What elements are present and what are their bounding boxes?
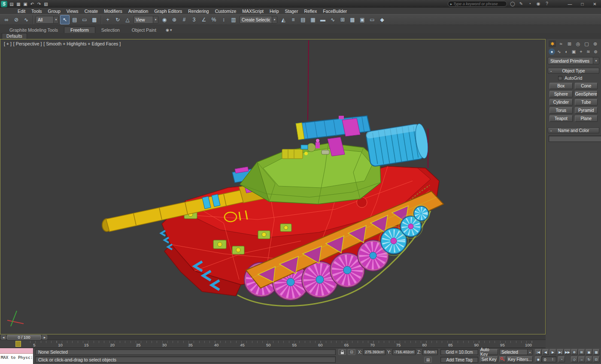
open-file-icon[interactable]: ▦ (15, 1, 22, 7)
material-editor-icon[interactable]: ▩ (348, 15, 357, 24)
render-icon[interactable]: ◆ (377, 15, 387, 24)
menu-item[interactable]: Tools (28, 8, 45, 14)
search-icon[interactable]: ◯ (509, 0, 516, 7)
time-configuration-button[interactable]: ◔ (558, 356, 565, 362)
perspective-viewport[interactable]: [ + ] [ Perspective ] [ Smooth + Highlig… (0, 39, 546, 334)
key-filters-button[interactable]: Key Filters... (507, 356, 533, 362)
help-icon[interactable]: ? (543, 0, 550, 7)
tank-model[interactable] (0, 39, 545, 334)
menu-item[interactable]: Group (45, 8, 64, 14)
autogrid-checkbox[interactable] (558, 76, 562, 80)
ribbon-tab-selection[interactable]: Selection (95, 27, 126, 33)
ribbon-options[interactable]: ◉ ▾ (166, 28, 172, 33)
create-tab[interactable]: ✱ (549, 40, 556, 47)
select-and-link-icon[interactable]: ∞ (2, 15, 11, 24)
current-frame-input[interactable] (544, 357, 552, 362)
object-type-button[interactable]: Pyramid (575, 107, 598, 114)
named-selection-sets-icon[interactable]: ▥ (229, 15, 238, 24)
render-setup-icon[interactable]: ▣ (358, 15, 367, 24)
y-coord-input[interactable] (394, 350, 413, 354)
angle-snap-icon[interactable]: ∠ (199, 15, 209, 24)
menu-item[interactable]: Stager (282, 8, 301, 14)
play-animation-button[interactable]: ▶ (549, 349, 556, 355)
save-file-icon[interactable]: ▣ (22, 1, 29, 7)
field-of-view-icon[interactable]: ◇ (571, 356, 578, 362)
current-frame-field[interactable]: ▲▼ (542, 356, 556, 362)
project-folder-icon[interactable]: ▧ (42, 1, 49, 7)
object-type-button[interactable]: Box (549, 83, 573, 89)
object-type-button[interactable]: Sphere (549, 91, 573, 97)
track-bar-ruler[interactable]: 5101520253035404550556065707580859095100 (0, 340, 546, 348)
reference-coordinate-dropdown[interactable]: View ▾ (134, 16, 158, 24)
go-to-end-button[interactable]: ▶▶ (564, 349, 571, 355)
schematic-view-icon[interactable]: ⊞ (338, 15, 347, 24)
named-selection-set-dropdown[interactable]: Create Selection Se ▾ (240, 16, 277, 24)
systems-category-icon[interactable]: ⊚ (592, 48, 599, 55)
use-pivot-center-icon[interactable]: ◉ (160, 15, 169, 24)
menu-item[interactable]: MAXScript (239, 8, 267, 14)
spinner-icon[interactable]: ▲▼ (413, 350, 415, 354)
object-type-button[interactable]: Cone (575, 83, 598, 89)
zoom-extents-all-icon[interactable]: ▦ (593, 349, 600, 355)
z-coord-input[interactable] (424, 350, 435, 354)
spinner-icon[interactable]: ▲▼ (552, 358, 553, 361)
object-type-button[interactable]: Teapot (549, 115, 573, 122)
ribbon-tab-graphite[interactable]: Graphite Modeling Tools (3, 27, 64, 33)
scene-explorer-icon[interactable]: ▤ (298, 15, 308, 24)
spinner-icon[interactable]: ▲▼ (435, 350, 437, 354)
menu-item[interactable]: Edit (15, 8, 28, 14)
rectangular-selection-region-icon[interactable]: ▭ (80, 15, 89, 24)
selection-lock-button[interactable] (338, 349, 346, 355)
align-icon[interactable]: ≡ (288, 15, 298, 24)
current-frame-marker[interactable] (15, 341, 21, 347)
set-keys-key-button[interactable] (499, 356, 506, 362)
pan-view-icon[interactable]: ↔ (578, 356, 585, 362)
maxscript-mini-listener[interactable]: MAX to Physc: (0, 348, 33, 364)
object-type-button[interactable]: Tube (575, 99, 598, 105)
percent-snap-icon[interactable]: % (209, 15, 219, 24)
menu-item[interactable]: FaceBuilder (320, 8, 350, 14)
zoom-extents-icon[interactable]: ▣ (586, 349, 592, 355)
spinner-snap-icon[interactable]: ↕ (219, 15, 228, 24)
app-logo-icon[interactable]: S (1, 1, 7, 7)
menu-item[interactable]: Graph Editors (151, 8, 185, 14)
key-mode-dropdown[interactable]: Selected ▾ (499, 349, 533, 355)
object-type-button[interactable]: Torus (549, 107, 573, 114)
new-scene-icon[interactable]: ▤ (8, 1, 15, 7)
select-object-icon[interactable]: ↖ (60, 15, 70, 24)
menu-item[interactable]: Reflex (301, 8, 320, 14)
key-mode-toggle-button[interactable]: ◉ (535, 356, 542, 362)
display-tab[interactable]: ▢ (583, 40, 590, 47)
search-go-icon[interactable]: ▸ (450, 2, 452, 6)
snaps-toggle-icon[interactable]: 3 (189, 15, 199, 24)
object-type-button[interactable]: GeoSphere (575, 91, 598, 97)
absolute-mode-button[interactable]: ⊡ (348, 349, 355, 355)
minimize-button[interactable]: — (564, 0, 576, 8)
undo-icon[interactable]: ↶ (29, 1, 36, 7)
curve-editor-icon[interactable]: ∿ (328, 15, 337, 24)
notification-icon[interactable]: ◔ (526, 0, 533, 7)
menu-item[interactable]: Create (82, 8, 101, 14)
hierarchy-tab[interactable]: ⊞ (566, 40, 573, 47)
maximize-button[interactable]: □ (576, 0, 589, 8)
lights-category-icon[interactable]: ◐ (563, 48, 570, 55)
helpers-category-icon[interactable]: + (578, 48, 584, 55)
unlink-selection-icon[interactable]: ⊘ (12, 15, 21, 24)
viewport-menu-view[interactable]: [ Perspective ] (13, 41, 42, 46)
object-type-button[interactable]: Plane (575, 115, 598, 122)
menu-item[interactable]: Views (64, 8, 82, 14)
search-input[interactable] (453, 2, 504, 6)
select-and-move-icon[interactable]: + (103, 15, 112, 24)
object-name-input[interactable] (549, 135, 601, 142)
go-to-start-button[interactable]: |◀ (535, 349, 542, 355)
ribbon-tab-object-paint[interactable]: Object Paint (126, 27, 162, 33)
menu-item[interactable]: Rendering (185, 8, 212, 14)
add-time-tag[interactable]: Add Time Tag (440, 357, 478, 363)
select-and-rotate-icon[interactable]: ↻ (113, 15, 122, 24)
layer-explorer-icon[interactable]: ▦ (308, 15, 318, 24)
auto-key-button[interactable]: Auto Key (480, 349, 498, 355)
rendered-frame-icon[interactable]: ▭ (367, 15, 377, 24)
user-icon[interactable]: ◉ (535, 0, 542, 7)
shapes-category-icon[interactable]: ∿ (556, 48, 562, 55)
y-coord-field[interactable]: ▲▼ (392, 349, 416, 355)
